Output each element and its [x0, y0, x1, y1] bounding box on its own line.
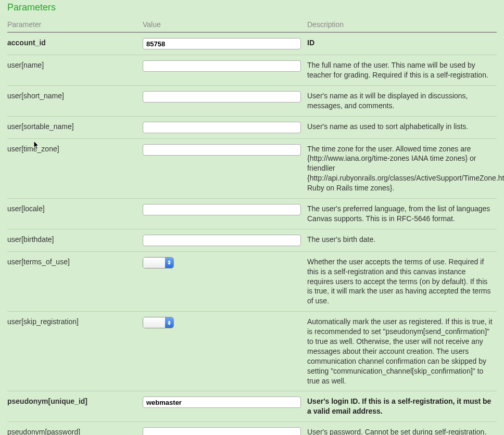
- parameter-input[interactable]: [143, 396, 301, 408]
- table-row: user[birthdate]The user's birth date.: [7, 229, 497, 251]
- parameter-name: user[name]: [7, 55, 143, 86]
- parameter-name: user[skip_registration]: [7, 312, 143, 391]
- parameter-input[interactable]: [143, 427, 301, 435]
- parameter-description: The full name of the user. This name wil…: [307, 55, 497, 86]
- parameter-value-cell: [143, 229, 307, 251]
- parameter-value-cell: [143, 312, 307, 391]
- table-row: account_idID: [7, 32, 497, 55]
- parameter-description: The user's birth date.: [307, 229, 497, 251]
- chevron-updown-icon: [165, 258, 173, 268]
- table-row: user[locale]The user's preferred languag…: [7, 199, 497, 229]
- select-value: [143, 258, 165, 268]
- table-row: pseudonym[password]User's password. Cann…: [7, 422, 497, 435]
- parameter-description: User's password. Cannot be set during se…: [307, 422, 497, 435]
- table-row: user[short_name]User's name as it will b…: [7, 85, 497, 116]
- header-parameter: Parameter: [7, 17, 143, 32]
- parameter-description: Whether the user accepts the terms of us…: [307, 251, 497, 311]
- parameter-name: pseudonym[password]: [7, 422, 143, 435]
- parameter-value-cell: [143, 422, 307, 435]
- parameter-description: User's name as used to sort alphabetical…: [307, 116, 497, 138]
- header-value: Value: [143, 17, 307, 32]
- parameter-value-cell: [143, 391, 307, 422]
- parameter-description: ID: [307, 32, 497, 55]
- select-value: [143, 317, 165, 328]
- parameter-name: user[terms_of_use]: [7, 251, 143, 311]
- parameter-name: pseudonym[unique_id]: [7, 391, 143, 422]
- parameter-value-cell: [143, 116, 307, 138]
- parameter-name: user[birthdate]: [7, 229, 143, 251]
- parameter-name: user[time_zone]: [7, 138, 143, 198]
- parameter-value-cell: [143, 251, 307, 311]
- parameter-description: User's name as it will be displayed in d…: [307, 85, 497, 116]
- parameter-input[interactable]: [143, 91, 301, 103]
- parameter-name: account_id: [7, 32, 143, 55]
- parameter-description: The user's preferred language, from the …: [307, 199, 497, 229]
- parameter-input[interactable]: [143, 144, 301, 156]
- table-row: user[time_zone]The time zone for the use…: [7, 138, 497, 198]
- parameter-input[interactable]: [143, 122, 301, 133]
- parameters-table: Parameter Value Description account_idID…: [7, 17, 497, 435]
- parameter-description: User's login ID. If this is a self-regis…: [307, 391, 497, 422]
- parameter-description: Automatically mark the user as registere…: [307, 312, 497, 391]
- table-row: user[terms_of_use] Whether the user acce…: [7, 251, 497, 311]
- header-description: Description: [307, 17, 497, 32]
- parameter-input[interactable]: [143, 38, 301, 49]
- parameter-input[interactable]: [143, 204, 301, 215]
- table-row: pseudonym[unique_id]User's login ID. If …: [7, 391, 497, 422]
- parameter-name: user[short_name]: [7, 85, 143, 116]
- chevron-updown-icon: [165, 317, 173, 328]
- parameter-name: user[sortable_name]: [7, 116, 143, 138]
- parameter-value-cell: [143, 199, 307, 229]
- parameter-input[interactable]: [143, 235, 301, 246]
- table-row: user[skip_registration] Automatically ma…: [7, 312, 497, 391]
- parameter-name: user[locale]: [7, 199, 143, 229]
- table-row: user[name]The full name of the user. Thi…: [7, 55, 497, 86]
- page-title: Parameters: [7, 2, 497, 13]
- parameter-description: The time zone for the user. Allowed time…: [307, 138, 497, 198]
- table-row: user[sortable_name]User's name as used t…: [7, 116, 497, 138]
- parameter-value-cell: [143, 32, 307, 55]
- parameter-value-cell: [143, 138, 307, 198]
- parameter-value-cell: [143, 85, 307, 116]
- parameter-select[interactable]: [143, 257, 174, 268]
- parameter-select[interactable]: [143, 317, 174, 328]
- parameter-input[interactable]: [143, 60, 301, 72]
- parameter-value-cell: [143, 55, 307, 86]
